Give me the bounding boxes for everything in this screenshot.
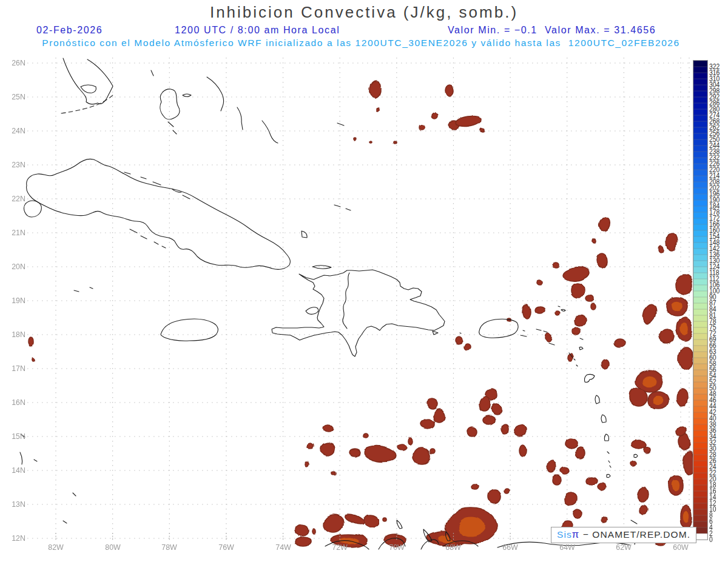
colorbar-cell: [693, 121, 707, 127]
cin-region: [325, 515, 343, 531]
cin-region: [434, 409, 446, 423]
colorbar-cell: [693, 170, 707, 176]
colorbar-cell: [693, 412, 707, 418]
lat-label: 18N: [8, 330, 25, 339]
cin-region: [488, 490, 501, 504]
colorbar-cell: [693, 97, 707, 103]
cin-region: [456, 336, 463, 344]
colorbar-cell: [693, 309, 707, 315]
coastline-florida-bay: [81, 85, 96, 93]
cin-region: [536, 280, 542, 285]
colorbar-cell: [693, 218, 707, 224]
colorbar-cell: [693, 315, 707, 321]
coastline-gonave: [306, 307, 318, 315]
colorbar-cell: [693, 176, 707, 182]
colorbar-cell: [693, 291, 707, 297]
cin-region: [679, 347, 692, 369]
cin-region: [421, 420, 436, 429]
cin-region: [471, 484, 479, 490]
cin-region: [661, 330, 674, 344]
colorbar-cell: [693, 376, 707, 382]
lat-label: 21N: [8, 228, 25, 237]
colorbar-cell: [693, 73, 707, 79]
colorbar-cell: [693, 364, 707, 370]
cin-region: [319, 444, 334, 456]
colorbar-cell: [693, 224, 707, 230]
colorbar-cell: [693, 388, 707, 394]
cin-region: [573, 508, 582, 518]
colorbar-cell: [693, 152, 707, 158]
pi-logo: π: [572, 529, 579, 540]
colorbar-cell: [693, 400, 707, 406]
colorbar-cell: [693, 236, 707, 243]
cin-region: [596, 254, 607, 269]
lon-label: 66W: [498, 543, 522, 552]
cin-region: [465, 344, 471, 350]
lat-label: 23N: [8, 160, 25, 169]
cin-region: [455, 115, 482, 129]
cin-region: [297, 525, 309, 536]
cin-region: [638, 487, 649, 503]
cin-region: [349, 449, 360, 456]
lat-label: 12N: [8, 534, 25, 543]
lon-label: 78W: [157, 543, 181, 552]
cin-region: [312, 528, 316, 534]
cin-region: [482, 417, 494, 426]
cin-region: [601, 360, 608, 369]
cin-region: [560, 467, 568, 475]
colorbar-cell: [693, 182, 707, 188]
cin-region: [370, 140, 372, 142]
cin-region: [32, 358, 34, 362]
coastline-hispaniola: [272, 270, 445, 356]
cin-region: [640, 506, 649, 515]
cin-region: [305, 461, 309, 466]
coastline-bahamas: [151, 70, 351, 238]
cin-region: [502, 424, 508, 434]
cin-region: [521, 443, 528, 455]
colorbar-cell: [693, 430, 707, 437]
colorbar-cell: [693, 230, 707, 236]
cin-region: [613, 338, 624, 347]
cin-region: [363, 433, 368, 438]
colorbar-cell: [693, 158, 707, 164]
cin-region: [554, 263, 560, 267]
cin-region: [556, 310, 561, 315]
cin-region: [377, 107, 380, 111]
lat-label: 22N: [8, 194, 25, 203]
colorbar-cell: [693, 133, 707, 139]
cin-region: [683, 453, 694, 475]
cin-region: [524, 305, 531, 319]
cin-region: [296, 537, 311, 546]
lat-label: 17N: [8, 364, 25, 373]
cin-region: [574, 315, 585, 326]
coastline-florida-keys: [61, 95, 113, 113]
cin-region: [586, 297, 595, 303]
lon-label: 68W: [441, 543, 465, 552]
cin-region: [562, 266, 591, 283]
cin-region: [598, 483, 606, 490]
lon-label: 62W: [612, 543, 636, 552]
cin-region: [545, 333, 551, 343]
colorbar-cell: [693, 358, 707, 364]
cin-region: [659, 246, 664, 253]
colorbar-cell: [693, 485, 707, 491]
lon-label: 72W: [328, 543, 352, 552]
colorbar-cell: [693, 370, 707, 376]
cin-region: [630, 389, 647, 406]
cin-region: [332, 472, 336, 475]
colorbar-cell: [693, 297, 707, 303]
cin-region: [642, 303, 659, 326]
colorbar-cell: [693, 194, 707, 200]
cin-region: [565, 493, 577, 504]
colorbar-cell: [693, 497, 707, 503]
cin-region: [564, 439, 577, 450]
cin-region: [364, 445, 397, 463]
cin-region: [504, 489, 509, 493]
cin-region: [397, 445, 407, 451]
colorbar-cell: [693, 67, 707, 73]
colorbar-cell: [693, 243, 707, 249]
colorbar-cell: [693, 382, 707, 388]
cin-region: [573, 327, 581, 336]
colorbar-cell: [693, 200, 707, 206]
cin-region: [667, 233, 677, 250]
